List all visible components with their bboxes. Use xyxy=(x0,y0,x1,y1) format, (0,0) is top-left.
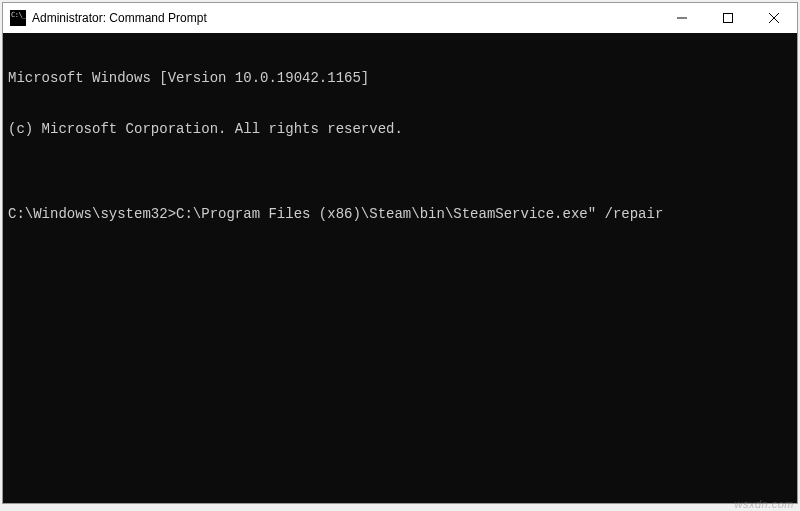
prompt-line: C:\Windows\system32>C:\Program Files (x8… xyxy=(8,206,792,223)
terminal-output: Microsoft Windows [Version 10.0.19042.11… xyxy=(8,70,792,87)
minimize-button[interactable] xyxy=(659,3,705,33)
window-controls xyxy=(659,3,797,33)
maximize-icon xyxy=(723,13,733,23)
command-prompt-window: Administrator: Command Prompt Microsoft xyxy=(2,2,798,504)
watermark-text: wsxdn.com xyxy=(734,498,794,510)
close-icon xyxy=(769,13,779,23)
maximize-button[interactable] xyxy=(705,3,751,33)
minimize-icon xyxy=(677,13,687,23)
cmd-icon xyxy=(10,10,26,26)
close-button[interactable] xyxy=(751,3,797,33)
titlebar[interactable]: Administrator: Command Prompt xyxy=(3,3,797,33)
svg-rect-1 xyxy=(724,14,733,23)
window-title: Administrator: Command Prompt xyxy=(32,11,659,25)
command-input[interactable]: C:\Program Files (x86)\Steam\bin\SteamSe… xyxy=(176,206,663,223)
terminal-output: (c) Microsoft Corporation. All rights re… xyxy=(8,121,792,138)
terminal-area[interactable]: Microsoft Windows [Version 10.0.19042.11… xyxy=(3,33,797,503)
prompt-path: C:\Windows\system32> xyxy=(8,206,176,223)
